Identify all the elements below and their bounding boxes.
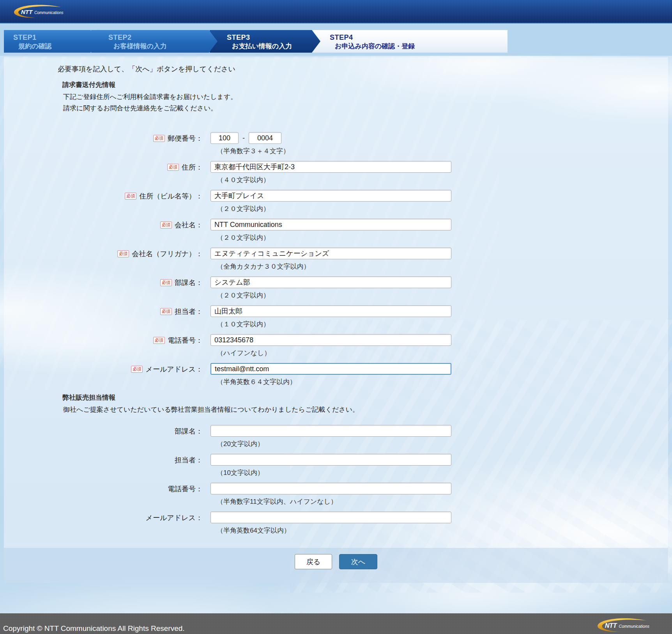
sales-contact-input[interactable] xyxy=(210,454,451,466)
billing-section-desc-1: 下記ご登録住所へご利用料金請求書をお届けいたします。 xyxy=(63,92,668,101)
step-tab-3-active: STEP3 お支払い情報の入力 xyxy=(209,30,320,53)
company-kana-label: 会社名（フリガナ）： xyxy=(132,249,203,259)
step-tab-2: STEP2 お客様情報の入力 xyxy=(90,30,218,53)
required-badge: 必須 xyxy=(125,193,136,199)
sales-phone-input[interactable] xyxy=(210,483,451,494)
step-label: お申込み内容の確認・登録 xyxy=(330,42,508,51)
copyright-text: Copyright © NTT Communications All Right… xyxy=(3,624,185,633)
sales-department-hint: （20文字以内） xyxy=(217,439,451,448)
logo-text-communications: Communications xyxy=(619,624,650,629)
required-badge: 必須 xyxy=(153,337,165,344)
postal-code-label: 郵便番号： xyxy=(168,134,203,143)
sales-department-row: 部課名： （20文字以内） xyxy=(4,425,668,448)
required-badge: 必須 xyxy=(131,366,143,372)
sales-section-desc: 御社へご提案させていただいている弊社営業担当者情報についてわかりましたらご記載く… xyxy=(63,405,668,414)
building-label: 住所（ビル名等）： xyxy=(139,191,203,201)
required-badge: 必須 xyxy=(160,279,172,286)
billing-phone-row: 必須 電話番号： （ハイフンなし） xyxy=(4,334,668,358)
step-tab-4: STEP4 お申込み内容の確認・登録 xyxy=(312,30,508,53)
required-badge: 必須 xyxy=(167,164,179,170)
billing-department-hint: （２０文字以内） xyxy=(217,291,451,300)
address-hint: （４０文字以内） xyxy=(217,175,451,184)
building-hint: （２０文字以内） xyxy=(217,204,451,213)
page-footer: Copyright © NTT Communications All Right… xyxy=(0,613,672,634)
address-input[interactable] xyxy=(210,161,451,173)
sales-department-input[interactable] xyxy=(210,425,451,437)
postal-code-separator: - xyxy=(242,134,245,142)
billing-department-row: 必須 部課名： （２０文字以内） xyxy=(4,276,668,300)
postal-code-input-2[interactable] xyxy=(249,132,281,144)
sales-contact-row: 担当者： （10文字以内） xyxy=(4,454,668,477)
billing-section-title: 請求書送付先情報 xyxy=(62,80,668,89)
address-label: 住所： xyxy=(182,163,203,172)
next-button[interactable]: 次へ xyxy=(339,554,377,569)
sales-phone-row: 電話番号： （半角数字11文字以内、ハイフンなし） xyxy=(4,483,668,506)
sales-contact-label: 担当者： xyxy=(175,455,203,465)
required-badge: 必須 xyxy=(160,221,172,228)
billing-department-label: 部課名： xyxy=(175,278,203,287)
sales-email-input[interactable] xyxy=(210,512,451,523)
billing-contact-hint: （１０文字以内） xyxy=(217,320,451,329)
logo-text-ntt: NTT xyxy=(605,622,617,629)
sales-phone-label: 電話番号： xyxy=(168,484,203,494)
company-kana-input[interactable] xyxy=(210,248,451,259)
billing-email-row: 必須 メールアドレス： （半角英数６４文字以内） xyxy=(4,363,668,386)
step-progress: STEP1 規約の確認 STEP2 お客様情報の入力 STEP3 お支払い情報の… xyxy=(4,30,508,53)
step-label: お客様情報の入力 xyxy=(108,42,218,51)
step-number: STEP2 xyxy=(108,33,218,42)
step-tab-1: STEP1 規約の確認 xyxy=(4,30,99,53)
postal-code-row: 必須 郵便番号： - （半角数字３＋４文字） xyxy=(4,132,668,156)
company-name-hint: （２０文字以内） xyxy=(217,233,451,242)
postal-code-hint: （半角数字３＋４文字） xyxy=(217,147,290,156)
app-header: NTT Communications xyxy=(0,0,672,23)
company-name-row: 必須 会社名： （２０文字以内） xyxy=(4,219,668,242)
step-label: お支払い情報の入力 xyxy=(227,42,320,51)
sales-phone-hint: （半角数字11文字以内、ハイフンなし） xyxy=(217,497,451,506)
billing-phone-label: 電話番号： xyxy=(168,336,203,345)
step-label: 規約の確認 xyxy=(13,42,99,51)
billing-department-input[interactable] xyxy=(210,276,451,288)
sales-email-label: メールアドレス： xyxy=(145,513,203,522)
page-instruction: 必要事項を記入して、「次へ」ボタンを押してください xyxy=(58,64,668,74)
billing-email-hint: （半角英数６４文字以内） xyxy=(217,377,451,386)
billing-contact-input[interactable] xyxy=(210,305,451,317)
sales-email-row: メールアドレス： （半角英数64文字以内） xyxy=(4,512,668,535)
billing-phone-hint: （ハイフンなし） xyxy=(217,349,451,358)
billing-email-label: メールアドレス： xyxy=(145,365,203,374)
step-number: STEP1 xyxy=(13,33,99,42)
billing-phone-input[interactable] xyxy=(210,334,451,346)
company-name-input[interactable] xyxy=(210,219,451,230)
billing-section-desc-2: 請求に関するお問合せ先連絡先をご記載ください。 xyxy=(63,104,668,113)
company-kana-row: 必須 会社名（フリガナ）： （全角カタカナ３０文字以内） xyxy=(4,248,668,271)
payment-info-page: NTT Communications STEP1 規約の確認 STEP2 お客様… xyxy=(0,0,672,634)
logo-text-communications: Communications xyxy=(34,11,63,15)
address-row: 必須 住所： （４０文字以内） xyxy=(4,161,668,184)
form-panel: 必要事項を記入して、「次へ」ボタンを押してください 請求書送付先情報 下記ご登録… xyxy=(4,57,668,583)
required-badge: 必須 xyxy=(153,135,165,142)
logo-text-ntt: NTT xyxy=(21,9,33,15)
step-progress-band: STEP1 規約の確認 STEP2 お客様情報の入力 STEP3 お支払い情報の… xyxy=(0,23,672,56)
billing-email-input[interactable] xyxy=(210,363,451,375)
building-input[interactable] xyxy=(210,190,451,202)
company-name-label: 会社名： xyxy=(175,220,203,230)
step-number: STEP3 xyxy=(227,33,320,42)
billing-contact-row: 必須 担当者： （１０文字以内） xyxy=(4,305,668,329)
required-badge: 必須 xyxy=(117,250,129,257)
postal-code-input-1[interactable] xyxy=(210,132,239,144)
sales-email-hint: （半角英数64文字以内） xyxy=(217,526,451,535)
ntt-communications-logo: NTT Communications xyxy=(10,4,65,19)
sales-department-label: 部課名： xyxy=(175,427,203,436)
required-badge: 必須 xyxy=(160,308,172,315)
billing-contact-label: 担当者： xyxy=(175,307,203,316)
company-kana-hint: （全角カタカナ３０文字以内） xyxy=(217,262,451,271)
step-number: STEP4 xyxy=(330,33,508,42)
back-button[interactable]: 戻る xyxy=(295,554,332,569)
footer-ntt-logo: NTT Communications xyxy=(575,617,669,633)
action-button-strip: 戻る 次へ xyxy=(4,548,668,583)
sales-contact-hint: （10文字以内） xyxy=(217,468,451,477)
sales-section-title: 弊社販売担当情報 xyxy=(62,393,668,402)
building-row: 必須 住所（ビル名等）： （２０文字以内） xyxy=(4,190,668,213)
